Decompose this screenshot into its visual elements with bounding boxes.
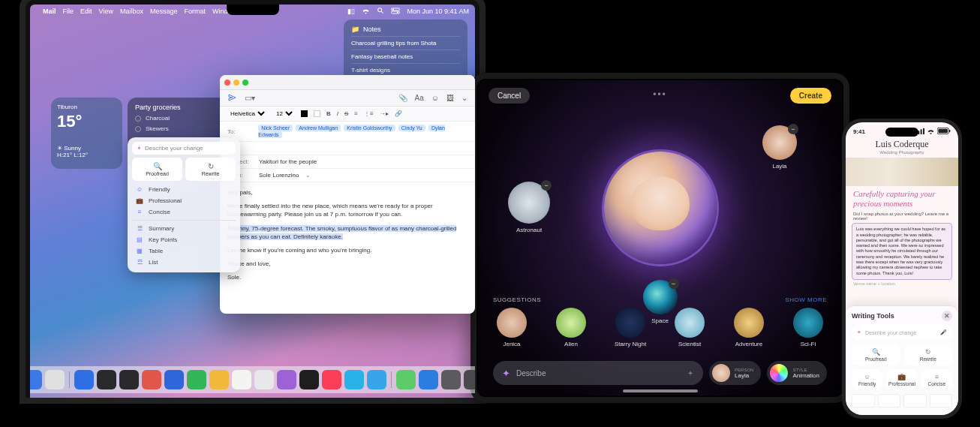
- dock-app[interactable]: [396, 370, 416, 389]
- dock-app[interactable]: [441, 370, 461, 389]
- dock-app[interactable]: [254, 370, 274, 389]
- recipient-token[interactable]: Nick Scheer: [258, 125, 293, 131]
- suggestion-item[interactable]: Starry Night: [612, 308, 649, 347]
- link-button[interactable]: 🔗: [395, 110, 402, 117]
- strike-button[interactable]: S: [344, 110, 348, 117]
- suggestion-item[interactable]: Adventure: [730, 308, 768, 347]
- minimize-icon[interactable]: [233, 80, 239, 86]
- suggestion-item[interactable]: Scientist: [671, 308, 708, 347]
- header-menu-icon[interactable]: ▭▾: [245, 94, 255, 102]
- dock-app[interactable]: [45, 370, 65, 389]
- person-tag[interactable]: PERSONLayla: [709, 361, 761, 385]
- show-more-link[interactable]: SHOW MORE: [785, 296, 827, 303]
- search-icon[interactable]: [377, 7, 384, 16]
- tone-friendly[interactable]: ☺Friendly: [132, 184, 236, 195]
- from-row[interactable]: From:Sole Lorenzino⌄: [220, 169, 475, 182]
- weather-widget[interactable]: Tiburon 15° ☀︎ Sunny H:21° L:12°: [51, 98, 122, 169]
- preview-thumb[interactable]: [930, 394, 953, 407]
- dock-app[interactable]: [119, 370, 139, 389]
- align-button[interactable]: ≡: [354, 110, 358, 117]
- menu-format[interactable]: Format: [184, 8, 206, 15]
- from-value[interactable]: Sole Lorenzino: [259, 172, 299, 179]
- clock[interactable]: Mon Jun 10 9:41 AM: [407, 8, 469, 15]
- dock-app[interactable]: [30, 370, 42, 389]
- create-button[interactable]: Create: [790, 88, 831, 104]
- note-row[interactable]: Fantasy baseball notes: [351, 50, 460, 63]
- dock-app[interactable]: [142, 370, 161, 389]
- bold-button[interactable]: B: [326, 110, 331, 117]
- format-icon[interactable]: Aa: [415, 94, 424, 102]
- home-indicator[interactable]: [623, 389, 698, 392]
- size-select[interactable]: 12: [273, 110, 295, 118]
- preview-thumb[interactable]: [903, 394, 927, 407]
- cancel-button[interactable]: Cancel: [488, 88, 530, 104]
- dock-app[interactable]: [209, 370, 229, 389]
- describe-change-field[interactable]: ✦ Describe your change: [132, 142, 236, 155]
- preview-thumb[interactable]: [852, 394, 875, 407]
- checkbox-icon[interactable]: [135, 116, 141, 122]
- describe-field[interactable]: ✦ Describe ＋: [493, 361, 703, 385]
- close-icon[interactable]: [224, 80, 230, 86]
- chevron-down-icon[interactable]: ⌄: [461, 94, 467, 102]
- concise-button[interactable]: ≡Concise: [921, 369, 952, 390]
- mail-body[interactable]: Hey pals, We're finally settled into the…: [220, 182, 475, 293]
- professional-button[interactable]: 💼Professional: [886, 369, 917, 390]
- remove-icon[interactable]: −: [669, 278, 679, 289]
- concept-layla[interactable]: − Layla: [762, 125, 797, 160]
- window-titlebar[interactable]: [220, 75, 475, 90]
- dock-app[interactable]: [367, 370, 386, 389]
- transform-summary[interactable]: ☰Summary: [132, 223, 236, 234]
- menu-edit[interactable]: Edit: [80, 8, 92, 15]
- style-tag[interactable]: STYLEAnimation: [767, 361, 827, 385]
- review-textarea[interactable]: Luis was everything we could have hoped …: [852, 223, 952, 279]
- dock-app[interactable]: [322, 370, 341, 389]
- proofread-button[interactable]: 🔍Proofread: [852, 344, 900, 365]
- notes-widget[interactable]: 📁Notes Charcoal grilling tips from Shota…: [344, 20, 467, 83]
- control-center-icon[interactable]: [391, 8, 400, 16]
- bg-color-swatch[interactable]: [314, 110, 320, 117]
- concept-astronaut[interactable]: − Astronaut: [508, 182, 550, 224]
- transform-table[interactable]: ▦Table: [132, 245, 236, 257]
- dock-app[interactable]: [299, 370, 319, 389]
- dock-app[interactable]: [419, 370, 438, 389]
- mic-icon[interactable]: 🎤: [940, 329, 947, 335]
- recipient-token[interactable]: Andrew Mulligan: [296, 125, 341, 131]
- emoji-icon[interactable]: ☺: [431, 94, 439, 102]
- wifi-icon[interactable]: [362, 8, 370, 16]
- note-row[interactable]: Charcoal grilling tips from Shota: [351, 36, 460, 50]
- proofread-button[interactable]: 🔍Proofread: [132, 158, 182, 181]
- bullet-button[interactable]: ⋮≡: [364, 110, 374, 117]
- recipient-token[interactable]: Kristin Goldsworthy: [344, 125, 395, 131]
- suggestion-item[interactable]: Jenica: [493, 308, 531, 347]
- cc-row[interactable]: Cc:: [220, 142, 475, 155]
- plus-icon[interactable]: ＋: [687, 368, 694, 378]
- recipient-token[interactable]: Cindy Yu: [398, 125, 425, 131]
- app-menu[interactable]: Mail: [43, 8, 56, 15]
- checkbox-icon[interactable]: [135, 126, 141, 132]
- suggestion-item[interactable]: Alien: [552, 308, 590, 347]
- italic-button[interactable]: I: [337, 110, 338, 117]
- text-color-swatch[interactable]: [301, 110, 308, 117]
- dock-app[interactable]: [464, 370, 476, 389]
- remove-icon[interactable]: −: [541, 180, 552, 191]
- dock-app[interactable]: [277, 370, 296, 389]
- menu-mailbox[interactable]: Mailbox: [120, 8, 143, 15]
- dock-app[interactable]: [187, 370, 206, 389]
- menu-view[interactable]: View: [99, 8, 113, 15]
- preview-thumb[interactable]: [878, 394, 901, 407]
- reminder-item[interactable]: Skewers: [135, 125, 233, 132]
- menu-file[interactable]: File: [63, 8, 74, 15]
- remove-icon[interactable]: −: [788, 124, 798, 134]
- battery-icon[interactable]: ▮▯: [347, 8, 355, 15]
- tone-professional[interactable]: 💼Professional: [132, 195, 236, 206]
- dock-app[interactable]: [97, 370, 116, 389]
- rewrite-button[interactable]: ↻Rewrite: [904, 344, 953, 365]
- tone-concise[interactable]: ≡Concise: [132, 206, 236, 218]
- subject-value[interactable]: Yakitori for the people: [259, 158, 317, 165]
- dock-app[interactable]: [232, 370, 251, 389]
- friendly-button[interactable]: ☺Friendly: [852, 369, 882, 390]
- transform-keypoints[interactable]: ▤Key Points: [132, 234, 236, 245]
- subject-row[interactable]: Subject:Yakitori for the people: [220, 155, 475, 169]
- reminder-item[interactable]: Charcoal: [135, 115, 233, 122]
- font-select[interactable]: Helvetica: [227, 110, 267, 118]
